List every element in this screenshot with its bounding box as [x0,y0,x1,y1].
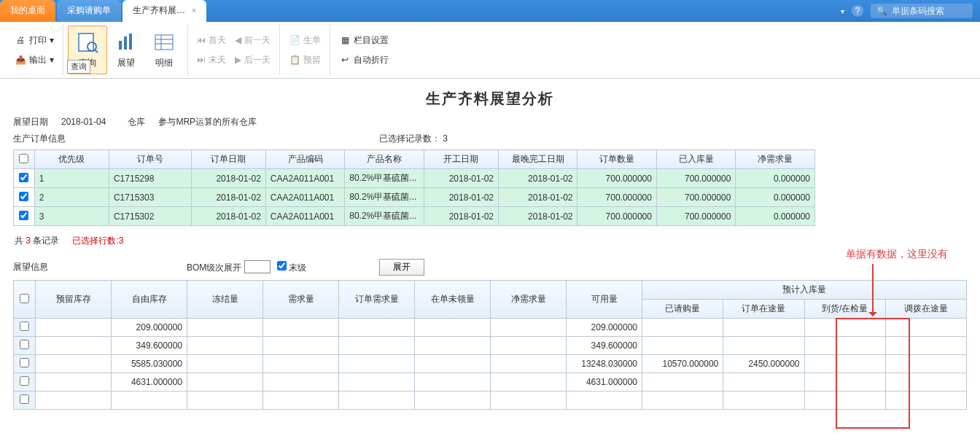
cell-net-demand [491,337,567,355]
dropdown-icon[interactable]: ▾ [841,7,844,15]
close-icon[interactable]: × [192,7,196,15]
cell-free-stock [112,392,187,410]
help-icon[interactable]: ? [852,5,863,17]
selected-count-value: 3 [443,133,448,144]
tab-purchase-request[interactable]: 采购请购单 [57,0,121,22]
cell-frozen-qty [187,319,263,337]
th-demand-qty[interactable]: 需求量 [263,281,339,319]
svg-rect-3 [119,41,122,50]
first-day-button[interactable]: ⏮首天 [192,32,230,49]
row-checkbox[interactable] [20,358,29,367]
cell-order-transit [723,392,804,410]
th-order-no[interactable]: 订单号 [109,150,191,169]
cell-reserved-stock [36,355,112,373]
row-checkbox[interactable] [20,322,29,331]
cell-order-transit [723,337,804,355]
leaf-label: 末级 [289,262,306,273]
prev-day-button[interactable]: ◀前一天 [230,32,275,49]
output-button[interactable]: 📤输出 ▾ [10,52,58,69]
cell-transfer-transit [885,337,966,355]
cell-prod-name: 80.2%甲基硫菌... [345,207,424,226]
select-all-checkbox[interactable] [19,154,28,163]
cell-net-demand: 0.000000 [736,207,815,226]
row-checkbox[interactable] [19,192,28,201]
last-day-button[interactable]: ⏭末天 [192,52,230,69]
th-transfer-transit[interactable]: 调拨在途量 [885,300,966,319]
table-row[interactable]: 1 C1715298 2018-01-02 CAA2A011A001 80.2%… [14,169,815,188]
th-expected-in-group[interactable]: 预计入库量 [642,281,967,300]
table-row[interactable]: 209.000000 209.000000 [14,319,967,337]
cell-frozen-qty [187,373,263,392]
th-order-transit[interactable]: 订单在途量 [723,300,804,319]
cell-order-transit [723,373,804,392]
cell-arrival-inspect [804,355,885,373]
cell-order-transit [723,319,804,337]
next-day-button[interactable]: ▶后一天 [230,52,275,69]
select-all-checkbox-2[interactable] [20,294,29,303]
th-net-demand[interactable]: 净需求量 [736,150,815,169]
th-reserved-stock[interactable]: 预留库存 [36,281,112,319]
th-prod-name[interactable]: 产品名称 [345,150,424,169]
row-checkbox[interactable] [19,173,28,182]
table-row[interactable]: 4631.000000 4631.000000 [14,373,967,392]
cell-order-demand [339,319,415,337]
th-free-stock[interactable]: 自由库存 [112,281,187,319]
th-net-demand2[interactable]: 净需求量 [491,281,567,319]
print-button[interactable]: 🖨打印 ▾ [10,32,58,49]
row-checkbox[interactable] [20,376,29,386]
cell-in-stock: 700.000000 [656,188,735,207]
th-frozen-qty[interactable]: 冻结量 [187,281,263,319]
top-tab-bar: 我的桌面 采购请购单 生产齐料展… × ▾ ? 🔍 [0,0,980,22]
th-purchased[interactable]: 已请购量 [642,300,723,319]
cell-net-demand: 0.000000 [736,188,815,207]
prod-order-button[interactable]: 📄生单 [284,32,325,49]
warehouse-value: 参与MRP运算的所有仓库 [158,117,257,127]
row-checkbox[interactable] [20,394,29,404]
row-checkbox[interactable] [19,211,28,220]
outlook-date-value: 2018-01-04 [61,117,106,127]
cell-order-no: C1715298 [109,169,191,188]
reserve-icon: 📋 [289,54,300,66]
total-suffix: 条记录 [33,235,59,246]
th-start-date[interactable]: 开工日期 [424,150,498,169]
table-row[interactable]: 2 C1715303 2018-01-02 CAA2A011A001 80.2%… [14,188,815,207]
cell-latest-finish: 2018-01-02 [499,188,578,207]
table-row[interactable]: 5585.030000 13248.030000 10570.000000 24… [14,355,967,373]
bom-level-label: BOM级次展开 [187,262,241,273]
row-checkbox[interactable] [20,340,29,349]
leaf-checkbox[interactable] [277,261,287,270]
order-table: 优先级 订单号 订单日期 产品编码 产品名称 开工日期 最晚完工日期 订单数量 … [13,149,815,226]
expand-button[interactable]: 展开 [379,259,424,276]
cell-free-stock: 349.600000 [112,337,187,355]
reserve-button[interactable]: 📋预留 [284,52,325,69]
chevron-down-icon: ▾ [50,35,54,45]
table-row[interactable]: 349.600000 349.600000 [14,337,967,355]
th-available[interactable]: 可用量 [567,281,642,319]
svg-rect-4 [124,36,127,50]
table-row[interactable]: 3 C1715302 2018-01-02 CAA2A011A001 80.2%… [14,207,815,226]
barcode-search[interactable]: 🔍 [871,4,973,18]
tab-production-material[interactable]: 生产齐料展… × [122,0,206,22]
th-order-demand[interactable]: 订单需求量 [339,281,415,319]
cell-transfer-transit [885,355,966,373]
th-in-stock[interactable]: 已入库量 [656,150,735,169]
cell-available: 349.600000 [567,337,642,355]
barcode-search-input[interactable] [892,6,967,16]
th-prod-code[interactable]: 产品编码 [265,150,344,169]
th-in-order-unrecv[interactable]: 在单未领量 [415,281,491,319]
cell-free-stock: 5585.030000 [112,355,187,373]
cell-order-demand [339,355,415,373]
table-row[interactable] [14,392,967,410]
bom-level-input[interactable] [244,260,271,273]
outlook-button[interactable]: 展望 [107,26,145,74]
th-priority[interactable]: 优先级 [34,150,109,169]
column-setting-button[interactable]: ▦栏目设置 [335,32,393,49]
th-latest-finish[interactable]: 最晚完工日期 [499,150,578,169]
auto-wrap-button[interactable]: ↩自动折行 [335,52,393,69]
cell-reserved-stock [36,319,112,337]
th-order-qty[interactable]: 订单数量 [578,150,656,169]
th-order-date[interactable]: 订单日期 [191,150,265,169]
cell-available: 13248.030000 [567,355,642,373]
detail-button[interactable]: 明细 [145,26,183,74]
tab-desktop[interactable]: 我的桌面 [0,0,55,22]
